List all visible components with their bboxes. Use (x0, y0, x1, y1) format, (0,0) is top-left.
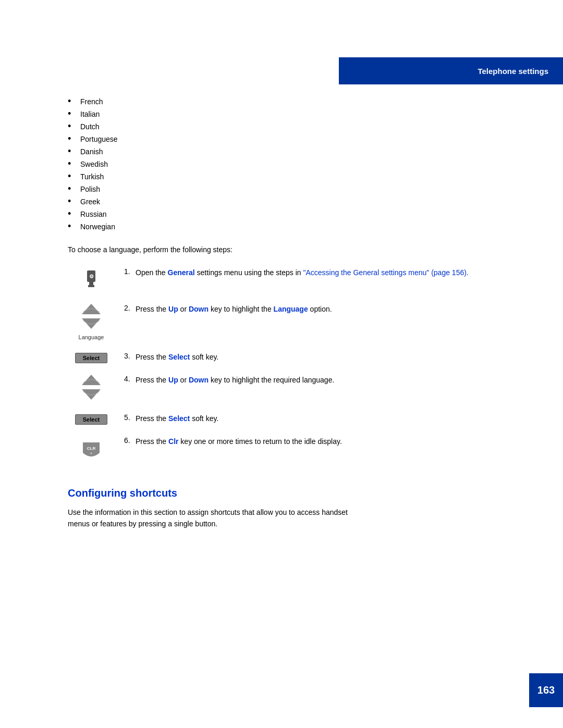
select-button-icon-1: Select (75, 353, 107, 363)
list-item: •Russian (68, 209, 532, 218)
clr-key-container: CLR # (78, 434, 105, 461)
step-5-number: 5. (124, 413, 136, 422)
svg-text:⚙: ⚙ (89, 274, 94, 279)
nav-label: Language (79, 334, 104, 340)
bullet-dot: • (68, 121, 76, 131)
list-item: •Greek (68, 196, 532, 206)
list-item-text: Greek (80, 198, 100, 206)
settings-icon: ⚙ (78, 265, 105, 292)
page-container: Telephone settings •French•Italian•Dutch… (0, 0, 563, 728)
list-item-text: Italian (80, 110, 100, 118)
bullet-dot: • (68, 146, 76, 156)
step-1-text: 1. Open the General settings menu using … (124, 265, 532, 278)
main-content: •French•Italian•Dutch•Portuguese•Danish•… (68, 96, 532, 530)
list-item-text: Danish (80, 147, 103, 156)
bullet-dot: • (68, 109, 76, 118)
page-number-box: 163 (529, 673, 563, 707)
list-item: •Norwegian (68, 221, 532, 231)
nav-down-icon-2 (78, 388, 105, 402)
step-6-number: 6. (124, 436, 136, 445)
step-6-icon-col: CLR # (68, 434, 115, 461)
step-1-number: 1. (124, 267, 136, 276)
list-item: •Polish (68, 184, 532, 193)
step-5-icon-col: Select (68, 411, 115, 425)
configuring-shortcuts-heading: Configuring shortcuts (68, 487, 532, 499)
list-item-text: Portuguese (80, 135, 118, 143)
step-1-content: Open the General settings menu using the… (136, 267, 469, 278)
bullet-dot: • (68, 96, 76, 106)
bullet-dot: • (68, 196, 76, 206)
list-item: •Italian (68, 109, 532, 118)
step-2-icon-col: Language (68, 302, 115, 340)
step-4-icon-col (68, 373, 115, 402)
step-4-content: Press the Up or Down key to highlight th… (136, 375, 334, 386)
svg-text:CLR: CLR (87, 446, 96, 451)
step-2-number: 2. (124, 304, 136, 312)
list-item: •Portuguese (68, 134, 532, 143)
list-item-text: Dutch (80, 122, 100, 131)
step-6-row: CLR # 6. Press the Clr key one or more t… (68, 434, 532, 461)
list-item-text: Norwegian (80, 223, 115, 231)
step-2-text: 2. Press the Up or Down key to highlight… (124, 302, 532, 315)
svg-rect-2 (88, 285, 94, 287)
list-item: •Dutch (68, 121, 532, 131)
nav-up-icon (78, 302, 105, 315)
step-4-text: 4. Press the Up or Down key to highlight… (124, 373, 532, 386)
step-2-content: Press the Up or Down key to highlight th… (136, 304, 332, 315)
list-item-text: Swedish (80, 160, 108, 168)
language-list: •French•Italian•Dutch•Portuguese•Danish•… (68, 96, 532, 231)
intro-text: To choose a language, perform the follow… (68, 245, 532, 254)
list-item-text: Turkish (80, 172, 104, 181)
list-item-text: Russian (80, 210, 107, 218)
step-5-row: Select 5. Press the Select soft key. (68, 411, 532, 425)
bullet-dot: • (68, 184, 76, 193)
step-6-text: 6. Press the Clr key one or more times t… (124, 434, 532, 447)
list-item: •French (68, 96, 532, 106)
step-4-number: 4. (124, 375, 136, 383)
step-1-row: ⚙ 1. Open the General settings menu usin… (68, 265, 532, 292)
list-item-text: French (80, 97, 103, 106)
header-banner: Telephone settings (339, 57, 563, 84)
nav-up-icon-2 (78, 373, 105, 386)
bullet-dot: • (68, 171, 76, 181)
step-4-row: 4. Press the Up or Down key to highlight… (68, 373, 532, 402)
nav-icons-group-2 (78, 373, 105, 402)
step-5-text: 5. Press the Select soft key. (124, 411, 532, 424)
step-3-text: 3. Press the Select soft key. (124, 350, 532, 363)
step-3-row: Select 3. Press the Select soft key. (68, 350, 532, 363)
step-2-row: Language 2. Press the Up or Down key to … (68, 302, 532, 340)
step-3-content: Press the Select soft key. (136, 352, 218, 363)
section-intro-text: Use the information in this section to a… (68, 507, 360, 530)
bullet-dot: • (68, 209, 76, 218)
step-5-content: Press the Select soft key. (136, 413, 218, 424)
list-item: •Turkish (68, 171, 532, 181)
bullet-dot: • (68, 159, 76, 168)
nav-down-icon (78, 317, 105, 331)
page-number: 163 (537, 684, 555, 696)
svg-rect-1 (89, 282, 93, 285)
list-item-text: Polish (80, 185, 100, 193)
step-1-icon-col: ⚙ (68, 265, 115, 292)
bullet-dot: • (68, 134, 76, 143)
nav-icons-group-1: Language (78, 302, 105, 340)
step-3-number: 3. (124, 352, 136, 360)
step-6-content: Press the Clr key one or more times to r… (136, 436, 342, 447)
list-item: •Danish (68, 146, 532, 156)
steps-container: ⚙ 1. Open the General settings menu usin… (68, 265, 532, 471)
list-item: •Swedish (68, 159, 532, 168)
clr-key-icon: CLR # (78, 434, 105, 461)
bullet-dot: • (68, 221, 76, 231)
select-button-icon-2: Select (75, 414, 107, 425)
step-3-icon-col: Select (68, 350, 115, 363)
header-title: Telephone settings (478, 67, 548, 76)
